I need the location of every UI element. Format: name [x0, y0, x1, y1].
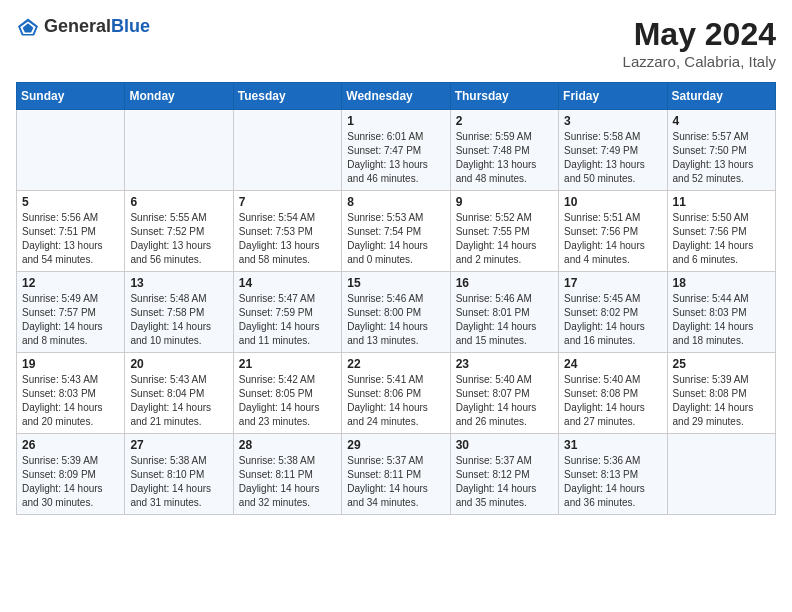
calendar-cell: 12Sunrise: 5:49 AMSunset: 7:57 PMDayligh…	[17, 272, 125, 353]
day-number: 30	[456, 438, 553, 452]
day-number: 2	[456, 114, 553, 128]
day-info: Sunrise: 6:01 AMSunset: 7:47 PMDaylight:…	[347, 130, 444, 186]
day-info: Sunrise: 5:55 AMSunset: 7:52 PMDaylight:…	[130, 211, 227, 267]
calendar-cell: 28Sunrise: 5:38 AMSunset: 8:11 PMDayligh…	[233, 434, 341, 515]
day-info: Sunrise: 5:42 AMSunset: 8:05 PMDaylight:…	[239, 373, 336, 429]
day-number: 16	[456, 276, 553, 290]
title-block: May 2024 Lazzaro, Calabria, Italy	[623, 16, 776, 70]
calendar-cell: 23Sunrise: 5:40 AMSunset: 8:07 PMDayligh…	[450, 353, 558, 434]
day-info: Sunrise: 5:38 AMSunset: 8:10 PMDaylight:…	[130, 454, 227, 510]
logo-text-general: General	[44, 16, 111, 36]
calendar-cell	[667, 434, 775, 515]
day-number: 9	[456, 195, 553, 209]
day-info: Sunrise: 5:40 AMSunset: 8:08 PMDaylight:…	[564, 373, 661, 429]
calendar-cell: 14Sunrise: 5:47 AMSunset: 7:59 PMDayligh…	[233, 272, 341, 353]
day-info: Sunrise: 5:50 AMSunset: 7:56 PMDaylight:…	[673, 211, 770, 267]
day-number: 10	[564, 195, 661, 209]
day-info: Sunrise: 5:36 AMSunset: 8:13 PMDaylight:…	[564, 454, 661, 510]
day-number: 17	[564, 276, 661, 290]
day-info: Sunrise: 5:38 AMSunset: 8:11 PMDaylight:…	[239, 454, 336, 510]
calendar-cell: 2Sunrise: 5:59 AMSunset: 7:48 PMDaylight…	[450, 110, 558, 191]
day-info: Sunrise: 5:47 AMSunset: 7:59 PMDaylight:…	[239, 292, 336, 348]
day-info: Sunrise: 5:52 AMSunset: 7:55 PMDaylight:…	[456, 211, 553, 267]
day-info: Sunrise: 5:56 AMSunset: 7:51 PMDaylight:…	[22, 211, 119, 267]
day-number: 14	[239, 276, 336, 290]
calendar-cell: 22Sunrise: 5:41 AMSunset: 8:06 PMDayligh…	[342, 353, 450, 434]
page-header: GeneralBlue May 2024 Lazzaro, Calabria, …	[16, 16, 776, 70]
calendar-cell: 31Sunrise: 5:36 AMSunset: 8:13 PMDayligh…	[559, 434, 667, 515]
day-info: Sunrise: 5:59 AMSunset: 7:48 PMDaylight:…	[456, 130, 553, 186]
day-number: 23	[456, 357, 553, 371]
day-info: Sunrise: 5:48 AMSunset: 7:58 PMDaylight:…	[130, 292, 227, 348]
day-number: 12	[22, 276, 119, 290]
day-number: 15	[347, 276, 444, 290]
calendar-cell: 5Sunrise: 5:56 AMSunset: 7:51 PMDaylight…	[17, 191, 125, 272]
calendar-week-row: 26Sunrise: 5:39 AMSunset: 8:09 PMDayligh…	[17, 434, 776, 515]
day-number: 27	[130, 438, 227, 452]
day-info: Sunrise: 5:41 AMSunset: 8:06 PMDaylight:…	[347, 373, 444, 429]
calendar-day-header: Sunday	[17, 83, 125, 110]
calendar-cell: 1Sunrise: 6:01 AMSunset: 7:47 PMDaylight…	[342, 110, 450, 191]
logo-icon	[16, 17, 40, 37]
calendar-location: Lazzaro, Calabria, Italy	[623, 53, 776, 70]
day-number: 6	[130, 195, 227, 209]
day-info: Sunrise: 5:44 AMSunset: 8:03 PMDaylight:…	[673, 292, 770, 348]
calendar-day-header: Friday	[559, 83, 667, 110]
calendar-cell: 21Sunrise: 5:42 AMSunset: 8:05 PMDayligh…	[233, 353, 341, 434]
calendar-cell: 11Sunrise: 5:50 AMSunset: 7:56 PMDayligh…	[667, 191, 775, 272]
calendar-cell: 24Sunrise: 5:40 AMSunset: 8:08 PMDayligh…	[559, 353, 667, 434]
day-number: 19	[22, 357, 119, 371]
calendar-cell: 6Sunrise: 5:55 AMSunset: 7:52 PMDaylight…	[125, 191, 233, 272]
day-number: 24	[564, 357, 661, 371]
day-number: 3	[564, 114, 661, 128]
calendar-cell: 16Sunrise: 5:46 AMSunset: 8:01 PMDayligh…	[450, 272, 558, 353]
calendar-cell: 20Sunrise: 5:43 AMSunset: 8:04 PMDayligh…	[125, 353, 233, 434]
calendar-cell: 3Sunrise: 5:58 AMSunset: 7:49 PMDaylight…	[559, 110, 667, 191]
day-info: Sunrise: 5:39 AMSunset: 8:08 PMDaylight:…	[673, 373, 770, 429]
calendar-cell	[125, 110, 233, 191]
day-number: 25	[673, 357, 770, 371]
day-number: 8	[347, 195, 444, 209]
calendar-cell: 29Sunrise: 5:37 AMSunset: 8:11 PMDayligh…	[342, 434, 450, 515]
day-info: Sunrise: 5:45 AMSunset: 8:02 PMDaylight:…	[564, 292, 661, 348]
calendar-table: SundayMondayTuesdayWednesdayThursdayFrid…	[16, 82, 776, 515]
calendar-cell: 18Sunrise: 5:44 AMSunset: 8:03 PMDayligh…	[667, 272, 775, 353]
calendar-cell: 19Sunrise: 5:43 AMSunset: 8:03 PMDayligh…	[17, 353, 125, 434]
calendar-cell	[233, 110, 341, 191]
day-info: Sunrise: 5:46 AMSunset: 8:00 PMDaylight:…	[347, 292, 444, 348]
day-number: 26	[22, 438, 119, 452]
calendar-week-row: 19Sunrise: 5:43 AMSunset: 8:03 PMDayligh…	[17, 353, 776, 434]
day-info: Sunrise: 5:39 AMSunset: 8:09 PMDaylight:…	[22, 454, 119, 510]
calendar-cell: 27Sunrise: 5:38 AMSunset: 8:10 PMDayligh…	[125, 434, 233, 515]
day-info: Sunrise: 5:37 AMSunset: 8:11 PMDaylight:…	[347, 454, 444, 510]
day-info: Sunrise: 5:57 AMSunset: 7:50 PMDaylight:…	[673, 130, 770, 186]
calendar-cell: 30Sunrise: 5:37 AMSunset: 8:12 PMDayligh…	[450, 434, 558, 515]
day-info: Sunrise: 5:53 AMSunset: 7:54 PMDaylight:…	[347, 211, 444, 267]
calendar-cell: 17Sunrise: 5:45 AMSunset: 8:02 PMDayligh…	[559, 272, 667, 353]
day-number: 29	[347, 438, 444, 452]
day-number: 5	[22, 195, 119, 209]
logo: GeneralBlue	[16, 16, 150, 37]
calendar-day-header: Monday	[125, 83, 233, 110]
day-info: Sunrise: 5:43 AMSunset: 8:03 PMDaylight:…	[22, 373, 119, 429]
calendar-cell: 10Sunrise: 5:51 AMSunset: 7:56 PMDayligh…	[559, 191, 667, 272]
day-number: 22	[347, 357, 444, 371]
calendar-cell: 25Sunrise: 5:39 AMSunset: 8:08 PMDayligh…	[667, 353, 775, 434]
calendar-cell: 7Sunrise: 5:54 AMSunset: 7:53 PMDaylight…	[233, 191, 341, 272]
calendar-day-header: Tuesday	[233, 83, 341, 110]
day-number: 13	[130, 276, 227, 290]
day-number: 7	[239, 195, 336, 209]
calendar-header-row: SundayMondayTuesdayWednesdayThursdayFrid…	[17, 83, 776, 110]
calendar-cell: 8Sunrise: 5:53 AMSunset: 7:54 PMDaylight…	[342, 191, 450, 272]
calendar-title: May 2024	[623, 16, 776, 53]
day-number: 20	[130, 357, 227, 371]
calendar-week-row: 12Sunrise: 5:49 AMSunset: 7:57 PMDayligh…	[17, 272, 776, 353]
calendar-cell: 9Sunrise: 5:52 AMSunset: 7:55 PMDaylight…	[450, 191, 558, 272]
calendar-week-row: 5Sunrise: 5:56 AMSunset: 7:51 PMDaylight…	[17, 191, 776, 272]
day-info: Sunrise: 5:51 AMSunset: 7:56 PMDaylight:…	[564, 211, 661, 267]
logo-text-blue: Blue	[111, 16, 150, 36]
calendar-week-row: 1Sunrise: 6:01 AMSunset: 7:47 PMDaylight…	[17, 110, 776, 191]
calendar-cell	[17, 110, 125, 191]
day-number: 28	[239, 438, 336, 452]
day-info: Sunrise: 5:43 AMSunset: 8:04 PMDaylight:…	[130, 373, 227, 429]
